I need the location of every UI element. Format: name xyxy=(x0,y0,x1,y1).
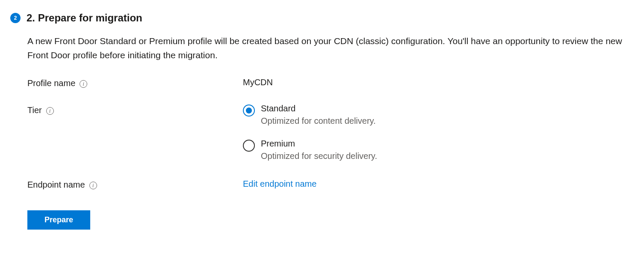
profile-name-label: Profile name xyxy=(27,78,75,88)
info-icon[interactable]: i xyxy=(46,107,54,115)
profile-name-value: MyCDN xyxy=(243,78,273,87)
radio-unselected-icon xyxy=(243,140,255,152)
radio-dot-icon xyxy=(246,108,252,114)
endpoint-name-label-col: Endpoint name i xyxy=(27,179,243,190)
endpoint-name-value-col: Edit endpoint name xyxy=(243,179,634,190)
tier-standard-content: Standard Optimized for content delivery. xyxy=(261,104,376,126)
edit-endpoint-name-link[interactable]: Edit endpoint name xyxy=(243,179,316,188)
tier-label: Tier xyxy=(27,105,42,115)
form-section: Profile name i MyCDN Tier i Standard Opt… xyxy=(27,78,634,190)
endpoint-name-label: Endpoint name xyxy=(27,180,85,190)
profile-name-label-col: Profile name i xyxy=(27,78,243,88)
profile-name-row: Profile name i MyCDN xyxy=(27,78,634,88)
tier-premium-desc: Optimized for security delivery. xyxy=(261,151,377,161)
tier-standard-desc: Optimized for content delivery. xyxy=(261,116,376,126)
tier-label-col: Tier i xyxy=(27,104,243,161)
info-icon[interactable]: i xyxy=(80,80,87,88)
tier-premium-label: Premium xyxy=(261,139,377,149)
tier-premium-content: Premium Optimized for security delivery. xyxy=(261,139,377,161)
button-row: Prepare xyxy=(27,210,634,230)
step-title: 2. Prepare for migration xyxy=(27,12,142,24)
tier-radio-group: Standard Optimized for content delivery.… xyxy=(243,104,634,161)
step-number-badge: 2 xyxy=(10,13,21,23)
tier-value-col: Standard Optimized for content delivery.… xyxy=(243,104,634,161)
tier-standard-label: Standard xyxy=(261,104,376,114)
radio-selected-icon xyxy=(243,105,255,117)
step-description: A new Front Door Standard or Premium pro… xyxy=(27,34,626,62)
step-header: 2 2. Prepare for migration xyxy=(10,12,634,24)
profile-name-value-col: MyCDN xyxy=(243,78,634,88)
tier-standard-option[interactable]: Standard Optimized for content delivery. xyxy=(243,104,634,126)
endpoint-name-row: Endpoint name i Edit endpoint name xyxy=(27,179,634,190)
prepare-button[interactable]: Prepare xyxy=(27,210,90,230)
tier-row: Tier i Standard Optimized for content de… xyxy=(27,104,634,161)
info-icon[interactable]: i xyxy=(89,182,97,189)
tier-premium-option[interactable]: Premium Optimized for security delivery. xyxy=(243,139,634,161)
